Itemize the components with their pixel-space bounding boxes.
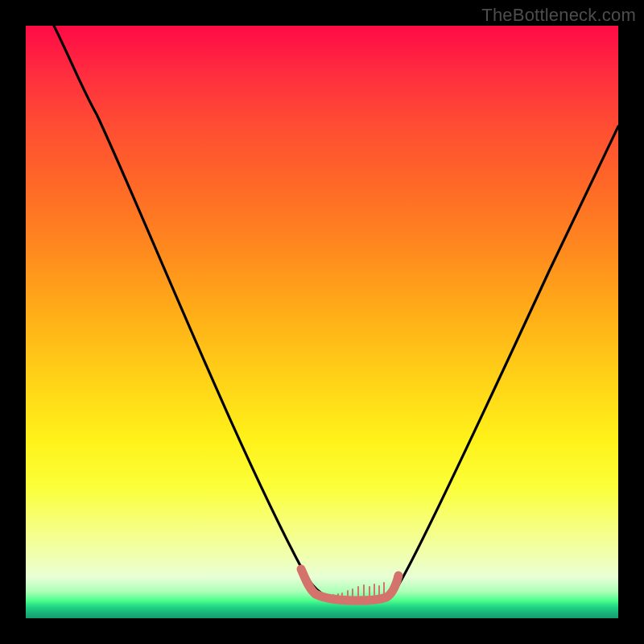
chart-frame: TheBottleneck.com xyxy=(0,0,644,644)
watermark-text: TheBottleneck.com xyxy=(481,5,636,26)
bottleneck-curve xyxy=(54,26,618,601)
curve-layer xyxy=(26,26,618,618)
plot-area xyxy=(26,26,618,618)
